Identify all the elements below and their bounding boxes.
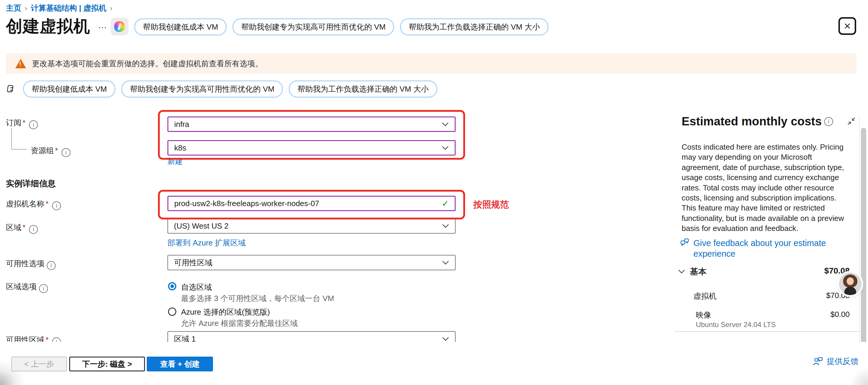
review-create-button[interactable]: 查看 + 创建 <box>147 357 213 372</box>
previous-button[interactable]: < 上一步 <box>11 357 67 372</box>
warning-banner: 更改基本选项可能会重置所做的选择。创建虚拟机前查看所有选项。 <box>6 53 857 74</box>
copilot-suggestion-chips-inline: 帮助我创建低成本 VM 帮助我创建专为实现高可用性而优化的 VM 帮助我为工作负… <box>6 81 437 98</box>
required-asterisk: * <box>55 146 58 155</box>
cost-row-value: $0.00 <box>830 310 850 319</box>
radio-self-select-zones-label[interactable]: 自选区域 <box>181 282 212 292</box>
annotation-text: 按照规范 <box>473 199 509 211</box>
extended-zones-link[interactable]: 部署到 Azure 扩展区域 <box>167 238 246 248</box>
give-feedback-link[interactable]: 提供反馈 <box>813 356 859 367</box>
breadcrumb-separator-icon: › <box>25 4 27 12</box>
info-icon[interactable]: i <box>47 261 56 270</box>
chevron-down-icon <box>442 122 449 127</box>
vm-name-input[interactable]: prod-usw2-k8s-freeleaps-worker-nodes-07 … <box>167 196 456 211</box>
instance-details-header: 实例详细信息 <box>6 178 56 189</box>
radio-azure-selected-zones[interactable] <box>168 308 176 316</box>
required-asterisk: * <box>45 199 49 208</box>
warning-icon <box>16 59 26 68</box>
estimate-feedback-link[interactable]: Give feedback about your estimate experi… <box>680 238 858 259</box>
availability-options-label: 可用性选项i <box>6 258 56 270</box>
feedback-person-icon <box>813 357 823 366</box>
collapse-panel-icon[interactable] <box>847 117 856 125</box>
subscription-label: 订阅*i <box>6 118 38 129</box>
region-dropdown[interactable]: (US) West US 2 <box>167 218 456 234</box>
info-icon[interactable]: i <box>824 117 833 126</box>
copilot-icon <box>114 21 125 32</box>
cost-row-label: 虚拟机 <box>693 291 716 301</box>
chevron-down-icon[interactable] <box>678 269 685 274</box>
chip-right-vm-size[interactable]: 帮助我为工作负载选择正确的 VM 大小 <box>289 81 437 98</box>
valid-check-icon: ✓ <box>442 199 449 208</box>
footer-bar: < 上一步 下一步: 磁盘 > 查看 + 创建 提供反馈 <box>0 342 868 385</box>
close-icon: ✕ <box>843 21 851 31</box>
breadcrumb-parent-link[interactable]: 计算基础结构 | 虚拟机 <box>31 3 106 13</box>
feedback-bubbles-icon <box>680 238 689 247</box>
chip-low-cost-vm[interactable]: 帮助我创建低成本 VM <box>134 18 227 35</box>
avatar-face <box>847 277 854 285</box>
cost-row-subtext: Ubuntu Server 24.04 LTS <box>696 321 776 329</box>
required-asterisk: * <box>23 118 26 127</box>
create-vm-page: 主页 › 计算基础结构 | 虚拟机 › 创建虚拟机 … 帮助我创建低成本 VM … <box>0 0 868 385</box>
chevron-down-icon <box>442 224 449 228</box>
page-title: 创建虚拟机 <box>6 15 90 38</box>
chevron-down-icon <box>442 146 449 150</box>
close-button[interactable]: ✕ <box>838 17 856 35</box>
copilot-outline-icon <box>6 84 16 94</box>
info-icon[interactable]: i <box>52 201 61 210</box>
warning-text: 更改基本选项可能会重置所做的选择。创建虚拟机前查看所有选项。 <box>32 59 263 69</box>
cost-group-label[interactable]: 基本 <box>690 266 707 277</box>
breadcrumb: 主页 › 计算基础结构 | 虚拟机 › <box>6 3 113 13</box>
create-new-resource-group-link[interactable]: 新建 <box>167 156 183 166</box>
tree-connector <box>11 128 12 149</box>
subscription-dropdown[interactable]: infra <box>167 117 456 132</box>
info-icon[interactable]: i <box>39 284 48 293</box>
resource-group-dropdown[interactable]: k8s <box>167 140 456 156</box>
avatar[interactable] <box>839 272 862 295</box>
breadcrumb-separator-icon: › <box>110 4 113 12</box>
breadcrumb-home-link[interactable]: 主页 <box>6 3 21 13</box>
next-disks-button[interactable]: 下一步: 磁盘 > <box>69 357 145 372</box>
cost-panel-disclaimer: Costs indicated here are estimates only.… <box>682 142 850 234</box>
chip-low-cost-vm[interactable]: 帮助我创建低成本 VM <box>23 81 115 98</box>
chip-high-availability-vm[interactable]: 帮助我创建专为实现高可用性而优化的 VM <box>232 18 394 35</box>
zone-options-label: 区域选项i <box>6 282 48 293</box>
vm-name-label: 虚拟机名称*i <box>6 199 61 210</box>
info-icon[interactable]: i <box>62 148 70 157</box>
cost-panel-title: Estimated monthly costs <box>682 115 822 128</box>
avatar-body <box>844 287 856 295</box>
region-label: 区域*i <box>6 222 38 234</box>
radio-azure-selected-zones-desc: 允许 Azure 根据需要分配最佳区域 <box>181 318 298 328</box>
more-options-icon[interactable]: … <box>98 20 108 30</box>
chip-right-vm-size[interactable]: 帮助我为工作负载选择正确的 VM 大小 <box>400 18 548 35</box>
chevron-down-icon <box>442 260 449 265</box>
tree-connector <box>11 149 27 150</box>
scrollbar-thumb[interactable] <box>861 128 866 348</box>
availability-options-dropdown[interactable]: 可用性区域 <box>167 255 456 270</box>
chip-high-availability-vm[interactable]: 帮助我创建专为实现高可用性而优化的 VM <box>121 81 283 98</box>
copilot-suggestion-chips-top: 帮助我创建低成本 VM 帮助我创建专为实现高可用性而优化的 VM 帮助我为工作负… <box>134 18 549 35</box>
info-icon[interactable]: i <box>29 120 38 129</box>
chevron-down-icon <box>442 336 449 341</box>
required-asterisk: * <box>23 223 26 232</box>
radio-azure-selected-zones-label[interactable]: Azure 选择的区域(预览版) <box>181 307 270 317</box>
resource-group-label: 资源组*i <box>31 146 70 157</box>
info-icon[interactable]: i <box>29 225 38 234</box>
radio-self-select-zones-desc: 最多选择 3 个可用性区域，每个区域一台 VM <box>181 293 334 304</box>
panel-divider <box>675 331 859 332</box>
copilot-button[interactable] <box>111 18 128 35</box>
radio-self-select-zones[interactable] <box>168 282 176 290</box>
cost-row-label: 映像 <box>696 310 711 320</box>
